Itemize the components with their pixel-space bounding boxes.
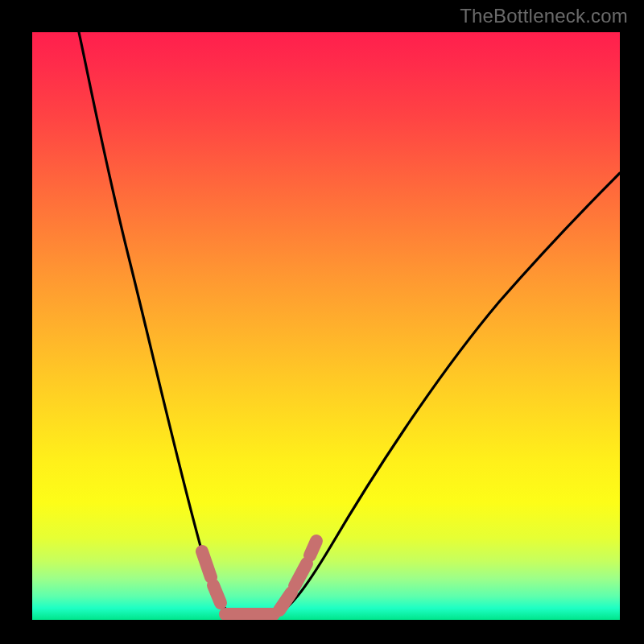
curve-layer: [32, 32, 620, 620]
plot-area: [32, 32, 620, 620]
watermark-text: TheBottleneck.com: [460, 5, 628, 27]
chart-frame: TheBottleneck.com: [0, 0, 644, 644]
highlight-markers: [202, 541, 316, 614]
bottleneck-curve: [79, 32, 620, 616]
